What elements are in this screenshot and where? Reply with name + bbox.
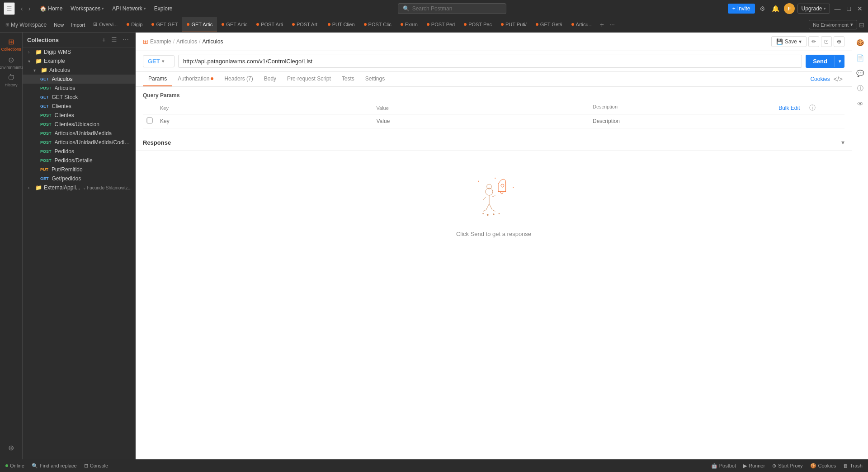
tab-overview[interactable]: ⊞ Overvi... [89,17,122,33]
nav-forward-button[interactable]: › [26,4,33,13]
tab-get-artic1[interactable]: GET Artic [182,17,217,33]
tree-item-get-pedidos[interactable]: GET Get/pedidos [23,174,135,183]
bottom-find-replace[interactable]: 🔍 Find and replace [32,463,77,469]
send-button[interactable]: Send ▾ [806,55,844,68]
tab-put-clien[interactable]: PUT Clien [323,17,359,33]
method-selector[interactable]: GET ▾ [143,55,175,67]
nav-explore[interactable]: Explore [151,4,176,14]
env-selector[interactable]: No Environment ▾ [809,20,857,29]
tab-get-artic2[interactable]: GET Artic [217,17,252,33]
layout-icon-button[interactable]: ⊟ [857,19,866,30]
right-icon-info[interactable]: ⓘ [854,82,867,95]
tree-item-put-remitido[interactable]: PUT Put/Remitido [23,165,135,174]
tab-articu[interactable]: Articu... [567,17,597,33]
nav-workspaces[interactable]: Workspaces ▾ [67,4,108,14]
close-button[interactable]: ✕ [855,3,864,14]
tree-item-external[interactable]: › 📁 ExternalAppli... ᵥ Facundo Shlamovit… [23,183,135,192]
tab-get-geth[interactable]: GET Get/i [531,17,567,33]
tree-item-post-pedidos-detalle[interactable]: POST Pedidos/Detalle [23,156,135,165]
sidebar-more-button[interactable]: ⋯ [121,35,131,44]
tab-body[interactable]: Body [259,72,282,86]
settings-icon[interactable]: ⚙ [758,3,767,14]
bottom-postbot[interactable]: 🤖 Postbot [711,463,736,469]
param-key-input[interactable] [160,116,369,126]
avatar[interactable]: F [784,3,795,14]
tab-post-ped2[interactable]: POST Pec [459,17,496,33]
tree-item-post-articulos-unidad[interactable]: POST Articulos/UnidadMedida [23,129,135,138]
bottom-cookies[interactable]: 🍪 Cookies [810,463,836,469]
cookies-link[interactable]: Cookies [808,72,831,86]
upgrade-button[interactable]: Upgrade ▾ [797,4,830,14]
nav-back-button[interactable]: ‹ [19,4,25,13]
tree-item-articulos-folder[interactable]: ▾ 📁 Articulos [23,66,135,75]
sidebar-icon-environments[interactable]: ⊙ Environments [3,54,19,71]
minimize-button[interactable]: — [833,3,843,14]
tree-item-get-articulos[interactable]: GET Articulos [23,75,135,84]
tab-post-arti2[interactable]: POST Arti [288,17,323,33]
save-button[interactable]: 💾 Save ▾ [771,36,807,47]
search-input[interactable] [412,5,494,12]
more-actions-button[interactable]: ⊕ [834,36,844,47]
code-icon[interactable]: </> [832,72,844,86]
tree-item-post-articulos-cod[interactable]: POST Articulos/UnidadMedida/Codig... [23,138,135,147]
tab-overflow-button[interactable]: ⋯ [607,22,618,28]
tab-put-puti[interactable]: PUT Puti/ [496,17,531,33]
maximize-button[interactable]: □ [845,3,853,14]
import-button[interactable]: Import [67,20,89,29]
invite-button[interactable]: + Invite [728,4,755,14]
tree-item-post-clientes[interactable]: POST Clientes [23,111,135,120]
sidebar-icon-collections[interactable]: ⊞ Collections [3,36,19,52]
bulk-edit-button[interactable]: Bulk Edit [777,104,802,112]
online-dot [5,464,8,467]
new-button[interactable]: New [50,20,67,29]
tree-item-get-stock[interactable]: GET GET Stock [23,93,135,102]
tab-authorization[interactable]: Authorization [172,72,219,86]
menu-icon[interactable]: ☰ [4,2,15,15]
param-value-input[interactable] [377,116,586,126]
edit-icon-button[interactable]: ✏ [808,36,819,47]
copy-icon-button[interactable]: ⊡ [821,36,832,47]
tab-post-clic[interactable]: POST Clic [359,17,396,33]
tab-headers[interactable]: Headers (7) [219,72,258,86]
sidebar-icon-history[interactable]: ⏱ History [3,72,19,89]
tree-item-get-clientes[interactable]: GET Clientes [23,102,135,111]
response-header[interactable]: Response ▾ [136,134,852,151]
tab-add-button[interactable]: + [597,21,607,29]
tab-params[interactable]: Params [143,72,172,86]
bottom-start-proxy[interactable]: ⊕ Start Proxy [772,463,802,469]
notification-icon[interactable]: 🔔 [770,3,781,14]
bottom-runner[interactable]: ▶ Runner [743,463,765,469]
breadcrumb-articulos-folder[interactable]: Articulos [176,38,197,45]
param-description-input[interactable] [593,116,802,126]
row-checkbox[interactable] [146,118,153,123]
nav-home[interactable]: 🏠 Home [36,4,66,14]
tree-item-example[interactable]: ▾ 📁 Example [23,57,135,66]
bottom-console[interactable]: ⊟ Console [84,463,108,469]
right-icon-comment[interactable]: 💬 [854,67,867,80]
right-icon-cookie[interactable]: 🍪 [854,36,867,49]
tab-tests[interactable]: Tests [336,72,360,86]
tree-item-post-clientes-ubicacion[interactable]: POST Clientes/Ubicacion [23,120,135,129]
tab-exam[interactable]: Exam [396,17,422,33]
tab-post-ped1[interactable]: POST Ped [422,17,459,33]
tab-get-get[interactable]: GET GET [147,17,182,33]
tab-pre-request[interactable]: Pre-request Script [282,72,336,86]
tab-digip[interactable]: Digip [122,17,147,33]
tree-item-post-pedidos[interactable]: POST Pedidos [23,147,135,156]
tab-settings[interactable]: Settings [360,72,390,86]
tab-post-arti1[interactable]: POST Arti [252,17,288,33]
tree-item-post-articulos[interactable]: POST Articulos [23,84,135,93]
sidebar-filter-button[interactable]: ☰ [109,35,119,44]
bottom-online-status[interactable]: Online [5,463,24,468]
url-input[interactable] [178,55,802,68]
breadcrumb-example[interactable]: Example [150,38,171,45]
nav-api-network[interactable]: API Network ▾ [108,4,150,14]
send-dropdown-arrow[interactable]: ▾ [835,56,844,67]
right-icon-docs[interactable]: 📄 [854,52,867,64]
tree-item-digip-wms[interactable]: › 📁 Digip WMS [23,47,135,57]
search-bar[interactable]: 🔍 [398,3,506,14]
right-icon-eye[interactable]: 👁 [854,98,867,110]
sidebar-icon-plugins[interactable]: ⊕ [3,439,19,456]
bottom-trash[interactable]: 🗑 Trash [843,463,863,468]
sidebar-add-button[interactable]: + [100,35,108,44]
